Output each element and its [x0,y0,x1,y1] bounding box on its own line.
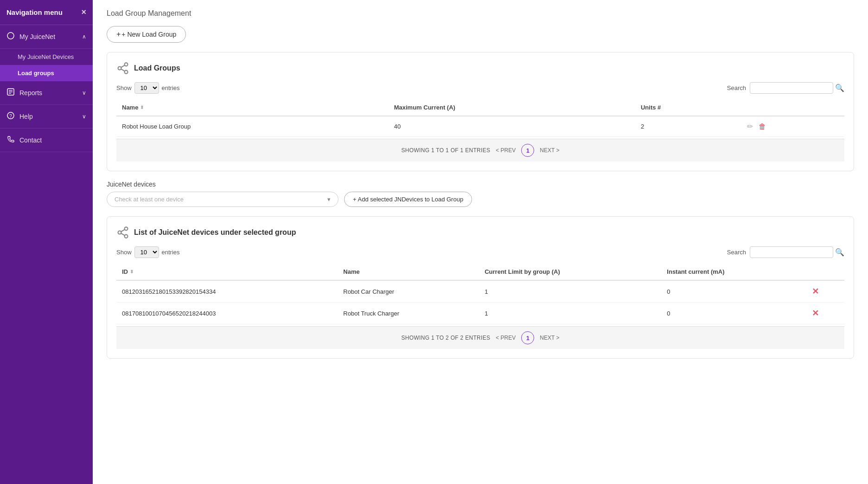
devices-list-table: ID ⬍ Name Current Limit by group (A) Ins… [116,264,844,324]
col-max-current: Maximum Current (A) [389,99,635,116]
col-name: Name ⬍ [116,99,389,116]
col-id: ID ⬍ [116,264,338,280]
page-number[interactable]: 1 [521,144,534,157]
svg-line-16 [121,230,125,232]
table-row: 0812031652180153392820154334 Robot Car C… [116,280,844,303]
show-label: Show [116,84,132,91]
svg-line-11 [121,65,125,68]
show-entries-select-2[interactable]: 10 25 50 [134,246,159,258]
search-button[interactable]: 🔍 [835,84,844,92]
search-input-2[interactable] [750,246,833,258]
help-icon: ? [6,111,15,122]
phone-icon [6,135,15,145]
svg-point-8 [118,67,121,70]
juicenet-devices-section: JuiceNet devices Check at least one devi… [107,181,854,207]
add-devices-button[interactable]: + Add selected JNDevices to Load Group [344,192,472,207]
row-name: Robot House Load Group [116,116,389,137]
search-box-2: Search 🔍 [727,246,844,258]
device-row-name: Robot Truck Charger [338,303,479,324]
svg-point-9 [125,71,128,74]
devices-pagination: SHOWING 1 TO 2 OF 2 ENTRIES < PREV 1 NEX… [116,326,844,349]
svg-point-13 [118,231,121,234]
load-groups-pagination: SHOWING 1 TO 1 OF 1 ENTRIES < PREV 1 NEX… [116,139,844,161]
sidebar-item-label: My JuiceNet [19,33,55,40]
device-row-instant-current: 0 [661,280,806,303]
sidebar-sub-item-my-juicenet-devices[interactable]: My JuiceNet Devices [0,49,93,65]
page-title: Load Group Management [107,9,854,18]
load-groups-title: Load Groups [134,64,180,72]
delete-icon[interactable]: 🗑 [759,123,766,131]
devices-controls: Check at least one device ▾ + Add select… [107,192,854,207]
chevron-down-icon-help: ∨ [82,113,86,120]
devices-list-card-header: List of JuiceNet devices under selected … [116,226,844,239]
sort-icon: ⬍ [140,105,144,110]
main-content: Load Group Management + + New Load Group… [93,0,868,484]
action-icons: ✏ 🗑 [747,122,839,131]
dropdown-arrow-icon: ▾ [327,196,331,203]
share-icon [116,62,129,75]
load-groups-card-header: Load Groups [116,62,844,75]
sidebar-item-my-juicenet[interactable]: My JuiceNet ∧ [0,25,93,49]
sidebar-item-reports-label: Reports [19,89,42,97]
load-groups-table: Name ⬍ Maximum Current (A) Units # Robot [116,99,844,137]
table-row: Robot House Load Group 40 2 ✏ 🗑 [116,116,844,137]
sort-icon-id: ⬍ [130,269,134,274]
col-device-name: Name [338,264,479,280]
sidebar-item-help[interactable]: ? Help ∨ [0,105,93,129]
load-groups-card: Load Groups Show 10 25 50 entries Search… [107,52,854,171]
devices-list-card: List of JuiceNet devices under selected … [107,216,854,359]
search-button-2[interactable]: 🔍 [835,248,844,257]
show-entries-select[interactable]: 10 25 50 [134,82,159,94]
entries-label: entries [162,84,180,91]
sidebar-close-button[interactable]: × [81,7,86,17]
chevron-down-icon: ∨ [82,90,86,96]
reports-icon [6,88,15,98]
svg-text:?: ? [9,114,12,119]
svg-line-10 [121,69,125,71]
sidebar-sub-item-load-groups[interactable]: Load groups [0,65,93,81]
search-input[interactable] [750,82,833,94]
row-max-current: 40 [389,116,635,137]
sidebar-item-contact-label: Contact [19,136,42,144]
search-label-2: Search [727,249,746,256]
svg-point-7 [125,63,128,66]
entries-label-2: entries [162,249,180,256]
dropdown-placeholder: Check at least one device [115,196,184,203]
load-groups-table-controls: Show 10 25 50 entries Search 🔍 [116,82,844,94]
svg-point-0 [7,32,14,39]
device-row-current-limit: 1 [479,280,661,303]
device-row-remove: ✕ [806,303,844,324]
prev-button[interactable]: < PREV [496,147,516,154]
col-instant-current: Instant current (mA) [661,264,806,280]
next-button-2[interactable]: NEXT > [540,335,559,341]
device-row-remove: ✕ [806,280,844,303]
new-load-group-button[interactable]: + + New Load Group [107,26,186,43]
col-actions [741,99,844,116]
device-row-instant-current: 0 [661,303,806,324]
col-units: Units # [635,99,742,116]
svg-line-15 [121,233,125,236]
sidebar-item-reports[interactable]: Reports ∨ [0,81,93,105]
edit-icon[interactable]: ✏ [747,122,753,131]
plus-icon: + [116,30,121,39]
device-row-id: 0817081001070456520218244003 [116,303,338,324]
sidebar-title: Navigation menu [6,8,63,16]
page-number-2[interactable]: 1 [521,331,534,344]
prev-button-2[interactable]: < PREV [496,335,516,341]
share-icon-2 [116,226,129,239]
show-entries-control: Show 10 25 50 entries [116,82,180,94]
svg-point-14 [125,235,128,238]
device-row-id: 0812031652180153392820154334 [116,280,338,303]
next-button[interactable]: NEXT > [540,147,559,154]
remove-icon-2[interactable]: ✕ [812,309,819,318]
showing-text: SHOWING 1 TO 1 OF 1 ENTRIES [402,147,491,154]
row-actions: ✏ 🗑 [741,116,844,137]
show-label-2: Show [116,249,132,256]
remove-icon[interactable]: ✕ [812,287,819,296]
sidebar-item-contact[interactable]: Contact [0,129,93,152]
device-row-current-limit: 1 [479,303,661,324]
device-dropdown[interactable]: Check at least one device ▾ [107,192,338,207]
table-row: 0817081001070456520218244003 Robot Truck… [116,303,844,324]
svg-point-12 [125,227,128,230]
chevron-up-icon: ∧ [82,33,86,40]
